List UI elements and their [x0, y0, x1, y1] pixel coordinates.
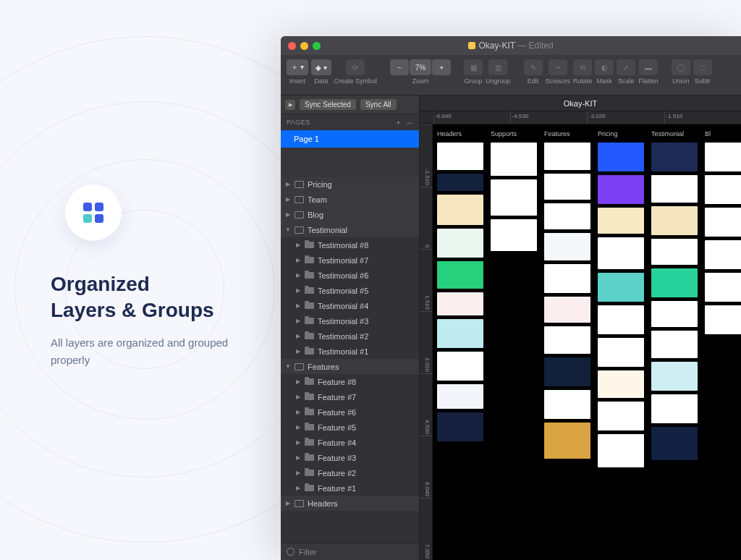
- layer-team[interactable]: ▶Team: [281, 192, 419, 207]
- artboard-thumb[interactable]: [544, 264, 590, 293]
- artboard-thumb[interactable]: [651, 206, 698, 235]
- layer-item[interactable]: ▶Testimonial #3: [281, 313, 419, 328]
- artboard-thumb[interactable]: [544, 423, 590, 459]
- tool-ungroup[interactable]: ▥Ungroup: [486, 59, 511, 85]
- artboard-thumb[interactable]: [651, 143, 698, 171]
- layer-item[interactable]: ▶Testimonial #5: [281, 283, 419, 298]
- tool-edit[interactable]: ✎Edit: [524, 59, 543, 85]
- layer-blog[interactable]: ▶Blog: [281, 207, 419, 222]
- add-page-icon[interactable]: ＋: [395, 118, 402, 127]
- artboard-thumb[interactable]: [651, 394, 698, 423]
- page-item-page1[interactable]: Page 1: [281, 130, 419, 148]
- layer-features[interactable]: ▼Features: [281, 359, 419, 374]
- artboard-thumb[interactable]: [598, 143, 644, 171]
- artboard-thumb[interactable]: [598, 434, 644, 467]
- artboard-thumb[interactable]: [705, 208, 741, 237]
- artboard-thumb[interactable]: [651, 362, 698, 391]
- minimize-icon[interactable]: [300, 42, 308, 50]
- artboard-thumb[interactable]: [598, 370, 644, 398]
- artboard-thumb[interactable]: [437, 352, 483, 381]
- tool-scale[interactable]: ⤢Scale: [617, 59, 635, 85]
- layer-item[interactable]: ▶Testimonial #8: [281, 237, 419, 253]
- artboard-thumb[interactable]: [705, 143, 741, 171]
- layer-item[interactable]: ▶Testimonial #6: [281, 268, 419, 283]
- layer-item[interactable]: ▶Feature #7: [281, 389, 419, 404]
- artboard-thumb[interactable]: [544, 390, 590, 419]
- layer-item[interactable]: ▶Feature #2: [281, 465, 419, 480]
- artboard-thumb[interactable]: [705, 273, 741, 302]
- traffic-lights[interactable]: [288, 42, 321, 50]
- artboard-thumb[interactable]: [437, 292, 483, 315]
- artboard-thumb[interactable]: [651, 427, 698, 460]
- canvas[interactable]: HeadersSupportsFeaturesPricingTestimonia…: [433, 124, 741, 560]
- artboard-thumb[interactable]: [598, 273, 644, 302]
- artboard-thumb[interactable]: [651, 239, 698, 265]
- artboard-thumb[interactable]: [437, 143, 483, 170]
- layer-pricing[interactable]: ▶Pricing: [281, 177, 419, 192]
- artboard-thumb[interactable]: [544, 174, 590, 200]
- close-icon[interactable]: [288, 42, 296, 50]
- artboard-thumb[interactable]: [544, 297, 590, 323]
- sync-selected-button[interactable]: Sync Selected: [300, 99, 356, 110]
- artboard-thumb[interactable]: [598, 305, 644, 334]
- tool-group-btn[interactable]: ▦Group: [464, 59, 483, 85]
- artboard-thumb[interactable]: [544, 233, 590, 260]
- tool-zoom[interactable]: −7%+Zoom: [390, 59, 451, 85]
- layer-item[interactable]: ▶Feature #3: [281, 450, 419, 465]
- tool-flatten[interactable]: ▬Flatten: [638, 59, 659, 85]
- artboard-thumb[interactable]: [437, 261, 483, 289]
- tool-scissors[interactable]: ✂Scissors: [546, 59, 570, 85]
- layer-item[interactable]: ▶Testimonial #2: [281, 328, 419, 344]
- artboard-thumb[interactable]: [491, 143, 537, 176]
- layer-item[interactable]: ▶Testimonial #4: [281, 298, 419, 313]
- play-icon[interactable]: ▶: [285, 100, 295, 110]
- tool-insert[interactable]: ＋ ▾Insert: [287, 59, 308, 85]
- artboard-thumb[interactable]: [544, 143, 590, 170]
- artboard-thumb[interactable]: [598, 237, 644, 269]
- tool-data[interactable]: ◆ ▾Data: [311, 59, 331, 85]
- canvas-area[interactable]: Okay-KIT -6.040-4.530-3.020-1.510 -1.510…: [420, 96, 741, 560]
- artboard-thumb[interactable]: [544, 326, 590, 354]
- layer-item[interactable]: ▶Testimonial #7: [281, 253, 419, 268]
- canvas-tab[interactable]: Okay-KIT: [420, 96, 741, 111]
- artboard-thumb[interactable]: [651, 331, 698, 358]
- artboard-thumb[interactable]: [705, 175, 741, 204]
- layer-item[interactable]: ▶Feature #4: [281, 435, 419, 450]
- artboard-thumb[interactable]: [598, 338, 644, 367]
- artboard-thumb[interactable]: [544, 203, 590, 229]
- artboard-thumb[interactable]: [437, 195, 483, 225]
- artboard-thumb[interactable]: [651, 268, 698, 297]
- collapse-pages-icon[interactable]: ︿: [407, 118, 414, 127]
- layer-item[interactable]: ▶Feature #6: [281, 404, 419, 420]
- artboard-thumb[interactable]: [598, 402, 644, 430]
- layer-item[interactable]: ▶Feature #5: [281, 420, 419, 435]
- artboard-thumb[interactable]: [437, 319, 483, 348]
- artboard-thumb[interactable]: [705, 240, 741, 269]
- artboard-thumb[interactable]: [491, 219, 537, 251]
- sync-all-button[interactable]: Sync All: [360, 99, 397, 110]
- artboard-thumb[interactable]: [437, 229, 483, 258]
- tool-subtract[interactable]: ◌Subtr: [693, 59, 712, 85]
- layer-testimonial[interactable]: ▼Testimonial: [281, 222, 419, 237]
- filter-row[interactable]: Filter: [281, 543, 419, 560]
- artboard-thumb[interactable]: [651, 175, 698, 203]
- layer-item[interactable]: ▶Testimonial #1: [281, 344, 419, 359]
- filter-icon: [287, 548, 295, 556]
- artboard-thumb[interactable]: [437, 412, 483, 441]
- tool-mask[interactable]: ◐Mask: [595, 59, 614, 85]
- tool-union[interactable]: ◯Union: [672, 59, 690, 85]
- artboard-thumb[interactable]: [437, 174, 483, 191]
- tool-create-symbol[interactable]: ⟳Create Symbol: [334, 59, 378, 85]
- artboard-thumb[interactable]: [705, 305, 741, 334]
- maximize-icon[interactable]: [313, 42, 321, 50]
- layer-headers[interactable]: ▶Headers: [281, 496, 419, 511]
- layer-item[interactable]: ▶Feature #8: [281, 374, 419, 389]
- artboard-thumb[interactable]: [544, 357, 590, 386]
- tool-rotate[interactable]: ⟲Rotate: [573, 59, 593, 85]
- artboard-thumb[interactable]: [651, 301, 698, 327]
- artboard-thumb[interactable]: [491, 179, 537, 216]
- layer-item[interactable]: ▶Feature #1: [281, 480, 419, 496]
- artboard-thumb[interactable]: [598, 208, 644, 234]
- artboard-thumb[interactable]: [598, 175, 644, 204]
- artboard-thumb[interactable]: [437, 384, 483, 409]
